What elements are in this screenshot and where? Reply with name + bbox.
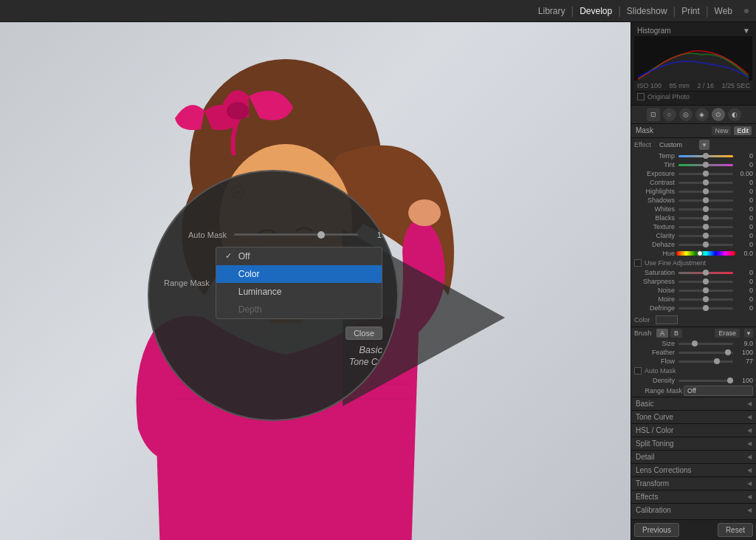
detail-section-title[interactable]: Detail xyxy=(631,450,756,463)
saturation-label: Saturation xyxy=(634,269,675,276)
moire-slider[interactable] xyxy=(678,298,733,301)
nav-slideshow[interactable]: Slideshow xyxy=(621,6,673,16)
saturation-slider[interactable] xyxy=(678,272,733,274)
lens-corrections-section-title[interactable]: Lens Corrections xyxy=(631,463,756,476)
nav-develop[interactable]: Develop xyxy=(574,6,618,16)
brush-b-button[interactable]: B xyxy=(670,329,682,338)
histogram-triangle: ▼ xyxy=(743,27,750,35)
sharpness-row: Sharpness 0 xyxy=(631,277,756,286)
brush-flow-slider[interactable] xyxy=(678,360,733,363)
effect-label: Effect xyxy=(634,141,656,148)
color-option-label: Color xyxy=(238,269,260,279)
tool-brush[interactable]: ⊙ xyxy=(712,108,725,121)
nav-web[interactable]: Web xyxy=(709,6,738,16)
top-nav-bar: Library | Develop | Slideshow | Print | … xyxy=(0,0,756,22)
hue-value: 0.0 xyxy=(737,250,753,257)
effects-section-title[interactable]: Effects xyxy=(631,490,756,503)
color-swatch[interactable] xyxy=(656,315,678,324)
basic-section-title[interactable]: Basic xyxy=(631,397,756,410)
new-mask-button[interactable]: New xyxy=(712,126,731,135)
temp-row: Temp 0 xyxy=(631,151,756,160)
transform-section-title[interactable]: Transform xyxy=(631,476,756,490)
noise-slider[interactable] xyxy=(678,290,733,292)
brush-feather-slider[interactable] xyxy=(678,352,733,354)
shadows-value: 0 xyxy=(737,196,753,204)
hue-row: Hue 0.0 xyxy=(631,249,756,258)
noise-label: Noise xyxy=(634,287,675,294)
contrast-value: 0 xyxy=(737,179,753,186)
brush-feather-value: 100 xyxy=(737,349,753,356)
tool-adjustment[interactable]: ◐ xyxy=(728,108,741,121)
brush-erase-button[interactable]: Erase xyxy=(715,329,740,338)
tool-crop[interactable]: ⊡ xyxy=(647,108,660,121)
frame-value: 2 / 16 xyxy=(697,82,714,89)
shadows-thumb xyxy=(703,197,709,203)
checkmark-color xyxy=(225,270,234,278)
hsl-color-section-title[interactable]: HSL / Color xyxy=(631,423,756,437)
dropdown-item-luminance[interactable]: Luminance xyxy=(216,283,382,301)
dropdown-menu: ✓ Off Color Luminance xyxy=(216,247,382,319)
tint-slider[interactable] xyxy=(678,164,733,166)
defringe-slider[interactable] xyxy=(678,307,733,310)
highlights-label: Highlights xyxy=(634,188,675,195)
photo-area: Auto Mask 10 Range Mask ✓ Off xyxy=(0,22,630,540)
tool-spot[interactable]: ○ xyxy=(663,108,676,121)
tint-thumb xyxy=(703,162,709,168)
range-mask-dropdown[interactable]: ✓ Off Color Luminance xyxy=(216,247,382,319)
exposure-slider[interactable] xyxy=(678,173,733,175)
density-slider[interactable] xyxy=(678,380,733,382)
blacks-slider[interactable] xyxy=(678,217,733,219)
close-button[interactable]: Close xyxy=(346,327,382,340)
sharpness-slider[interactable] xyxy=(678,281,733,283)
histogram-svg xyxy=(634,36,752,81)
density-thumb xyxy=(727,377,733,383)
mask-buttons: New Edit xyxy=(712,126,752,135)
use-fine-checkbox[interactable] xyxy=(634,259,642,267)
temp-slider[interactable] xyxy=(678,155,733,157)
tool-graduated[interactable]: ◈ xyxy=(695,108,709,121)
brush-dropdown-icon[interactable]: ▼ xyxy=(744,329,753,338)
effect-dropdown[interactable]: ▼ xyxy=(699,140,709,150)
checkmark-depth xyxy=(225,305,234,314)
tool-redeye[interactable]: ◎ xyxy=(679,108,693,121)
auto-mask-slider[interactable] xyxy=(234,233,358,236)
dehaze-slider[interactable] xyxy=(678,244,733,246)
moire-label: Moire xyxy=(634,295,675,303)
shadows-slider[interactable] xyxy=(678,199,733,202)
nav-library[interactable]: Library xyxy=(532,6,571,16)
previous-button[interactable]: Previous xyxy=(634,523,679,537)
contrast-slider[interactable] xyxy=(678,182,733,184)
reset-button[interactable]: Reset xyxy=(718,523,753,537)
brush-size-slider[interactable] xyxy=(678,343,733,345)
brush-size-thumb xyxy=(692,341,698,346)
photo-background: Auto Mask 10 Range Mask ✓ Off xyxy=(0,22,630,540)
dropdown-item-off[interactable]: ✓ Off xyxy=(216,247,382,265)
dehaze-label: Dehaze xyxy=(634,241,675,248)
auto-mask-checkbox[interactable] xyxy=(634,367,642,375)
edit-mask-button[interactable]: Edit xyxy=(734,126,752,135)
iso-value: ISO 100 xyxy=(637,82,662,89)
brush-feather-thumb xyxy=(725,349,731,355)
brush-a-button[interactable]: A xyxy=(656,329,668,338)
texture-slider[interactable] xyxy=(678,226,733,228)
tint-label: Tint xyxy=(634,161,675,168)
blacks-thumb xyxy=(703,215,709,221)
saturation-value: 0 xyxy=(737,269,753,276)
range-mask-selector[interactable]: Off xyxy=(684,386,753,396)
highlights-slider[interactable] xyxy=(678,191,733,193)
basic-section-label: Basic xyxy=(160,340,386,355)
dropdown-item-color[interactable]: Color xyxy=(216,265,382,283)
color-label: Color xyxy=(634,316,650,324)
nav-print[interactable]: Print xyxy=(676,6,706,16)
luminance-option-label: Luminance xyxy=(238,287,282,297)
calibration-section-title[interactable]: Calibration xyxy=(631,503,756,516)
tone-curve-section-title[interactable]: Tone Curve xyxy=(631,410,756,423)
original-photo-label: Original Photo xyxy=(647,93,690,100)
clarity-slider[interactable] xyxy=(678,235,733,237)
original-photo-checkbox[interactable] xyxy=(637,93,645,100)
hue-bar[interactable] xyxy=(676,251,735,256)
brush-flow-row: Flow 77 xyxy=(631,357,756,366)
highlights-row: Highlights 0 xyxy=(631,187,756,196)
whites-slider[interactable] xyxy=(678,208,733,211)
split-toning-section-title[interactable]: Split Toning xyxy=(631,437,756,450)
